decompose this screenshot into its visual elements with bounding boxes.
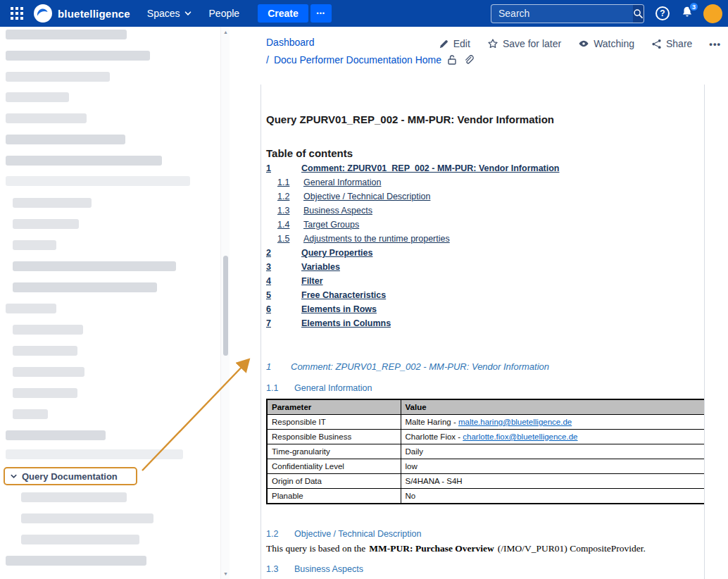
sidebar-item-query-documentation[interactable]: Query Documentation bbox=[4, 467, 137, 485]
table-row: Confidentiality Level low bbox=[267, 459, 705, 474]
page-title: Query ZPURV01_REP_002 - MM-PUR: Vendor I… bbox=[266, 113, 704, 125]
toc-link[interactable]: 5Free Characteristics bbox=[266, 288, 704, 302]
scrollbar-thumb[interactable] bbox=[223, 256, 228, 356]
toc-heading: Table of contents bbox=[266, 147, 704, 159]
pencil-icon bbox=[439, 39, 449, 49]
user-avatar[interactable] bbox=[703, 4, 722, 23]
unlock-icon[interactable] bbox=[446, 54, 458, 66]
sidebar-skeleton-item bbox=[6, 72, 110, 82]
sidebar-skeleton-item bbox=[6, 430, 106, 440]
sidebar-skeleton-item bbox=[13, 240, 56, 250]
toc-link[interactable]: 6Elements in Rows bbox=[266, 302, 704, 316]
general-information-table: Parameter Value Responsible IT Malte Har… bbox=[266, 399, 705, 504]
paperclip-icon[interactable] bbox=[463, 54, 474, 66]
toc-link[interactable]: 2Query Properties bbox=[266, 246, 704, 260]
param-cell: Responsible IT bbox=[267, 415, 401, 430]
main-content: Dashboard / Docu Performer Documentation… bbox=[230, 27, 728, 579]
toc-link[interactable]: 1.3Business Aspects bbox=[266, 204, 704, 218]
save-for-later-button[interactable]: Save for later bbox=[487, 38, 561, 49]
toc-link[interactable]: 1.5Adjustments to the runtime properties bbox=[266, 232, 704, 246]
sidebar-skeleton-item bbox=[6, 449, 183, 459]
sidebar-skeleton-item bbox=[21, 535, 139, 544]
notifications-bell-icon[interactable]: 3 bbox=[681, 6, 694, 21]
sidebar-skeleton-item bbox=[6, 92, 69, 102]
sidebar-skeleton-item bbox=[6, 30, 127, 39]
sidebar-item-label: Query Documentation bbox=[22, 471, 118, 482]
sidebar-skeleton-item bbox=[13, 367, 84, 377]
param-cell: Responsible Business bbox=[267, 430, 401, 444]
create-more-button[interactable]: ••• bbox=[310, 4, 332, 23]
sidebar-skeleton-item bbox=[13, 219, 79, 229]
param-cell: Time-granularity bbox=[267, 444, 401, 459]
star-icon bbox=[487, 38, 498, 49]
document-page: Query ZPURV01_REP_002 - MM-PUR: Vendor I… bbox=[261, 85, 705, 579]
chevron-down-icon bbox=[10, 473, 18, 480]
toc-link[interactable]: 1.1General Information bbox=[266, 175, 704, 189]
nav-people-label: People bbox=[209, 8, 240, 19]
nav-spaces-label: Spaces bbox=[147, 8, 180, 19]
top-navigation-bar: bluetelligence Spaces People Create ••• … bbox=[0, 0, 728, 27]
table-row: Origin of Data S/4HANA - S4H bbox=[267, 474, 705, 489]
page-actions: Edit Save for later Watching bbox=[439, 38, 721, 49]
toc-link[interactable]: 4Filter bbox=[266, 274, 704, 288]
scroll-down-icon[interactable]: ▼ bbox=[221, 571, 230, 576]
share-icon bbox=[651, 39, 662, 49]
notification-badge: 3 bbox=[689, 1, 699, 12]
table-header-row: Parameter Value bbox=[267, 399, 705, 415]
sidebar-skeleton-item bbox=[6, 135, 125, 144]
bluetelligence-logo bbox=[34, 4, 52, 23]
nav-people[interactable]: People bbox=[209, 8, 240, 19]
param-cell: Origin of Data bbox=[267, 474, 401, 489]
watching-label: Watching bbox=[594, 38, 634, 49]
brand-name: bluetelligence bbox=[58, 8, 130, 20]
toc-link[interactable]: 1.4Target Groups bbox=[266, 218, 704, 232]
sidebar-skeleton-item bbox=[6, 113, 87, 123]
watching-button[interactable]: Watching bbox=[578, 38, 634, 49]
section-heading-1-3: 1.3 Business Aspects bbox=[266, 564, 704, 574]
breadcrumb-dashboard-link[interactable]: Dashboard bbox=[266, 37, 315, 48]
sidebar-scrollbar[interactable]: ▲ ▼ bbox=[220, 27, 230, 579]
toc-link[interactable]: 7Elements in Columns bbox=[266, 316, 704, 330]
table-row: Responsible Business Charlotte Fiox - ch… bbox=[267, 430, 705, 444]
sidebar: Query Documentation ▲ ▼ bbox=[0, 27, 230, 579]
share-label: Share bbox=[666, 38, 692, 49]
value-cell: Daily bbox=[401, 444, 705, 459]
table-row: Planable No bbox=[267, 489, 705, 504]
app-switcher-icon[interactable] bbox=[8, 5, 25, 22]
section-heading-1-1: 1.1 General Information bbox=[266, 383, 704, 393]
value-cell: No bbox=[401, 489, 705, 504]
toc-link[interactable]: 1Comment: ZPURV01_REP_002 - MM-PUR: Vend… bbox=[266, 161, 704, 175]
search-icon[interactable] bbox=[633, 5, 644, 23]
email-link[interactable]: malte.haring@bluetelligence.de bbox=[458, 418, 572, 426]
toc-link[interactable]: 3Variables bbox=[266, 260, 704, 274]
table-row: Time-granularity Daily bbox=[267, 444, 705, 459]
sidebar-skeleton-item bbox=[21, 492, 127, 502]
eye-icon bbox=[578, 38, 589, 49]
sidebar-skeleton-item bbox=[13, 282, 157, 292]
sidebar-skeleton-item bbox=[6, 51, 150, 61]
scroll-up-icon[interactable]: ▲ bbox=[221, 30, 230, 35]
breadcrumb-current-page-link[interactable]: Docu Performer Documentation Home bbox=[274, 54, 441, 66]
email-link[interactable]: charlotte.fiox@bluetelligence.de bbox=[463, 432, 577, 441]
save-for-later-label: Save for later bbox=[503, 38, 561, 49]
share-button[interactable]: Share bbox=[651, 38, 692, 49]
sidebar-skeleton-item bbox=[13, 261, 176, 271]
table-header-value: Value bbox=[401, 399, 705, 415]
toc-link[interactable]: 1.2Objective / Technical Description bbox=[266, 189, 704, 204]
sidebar-skeleton-item bbox=[6, 304, 56, 313]
create-button[interactable]: Create bbox=[258, 4, 308, 23]
page-more-actions-button[interactable]: ••• bbox=[709, 39, 721, 49]
edit-button[interactable]: Edit bbox=[439, 38, 470, 49]
search-input[interactable] bbox=[491, 8, 633, 19]
sidebar-skeleton-item bbox=[13, 346, 77, 356]
sidebar-skeleton-item bbox=[6, 156, 162, 166]
section-heading-1-2: 1.2 Objective / Technical Description bbox=[266, 529, 704, 539]
sidebar-skeleton-item bbox=[6, 176, 190, 186]
sidebar-skeleton-item bbox=[21, 513, 153, 523]
sidebar-skeleton-item bbox=[13, 409, 48, 419]
help-icon[interactable]: ? bbox=[655, 6, 670, 20]
edit-label: Edit bbox=[453, 38, 470, 49]
chevron-down-icon bbox=[184, 9, 192, 18]
search-box[interactable] bbox=[491, 4, 644, 23]
nav-spaces[interactable]: Spaces bbox=[147, 8, 192, 19]
